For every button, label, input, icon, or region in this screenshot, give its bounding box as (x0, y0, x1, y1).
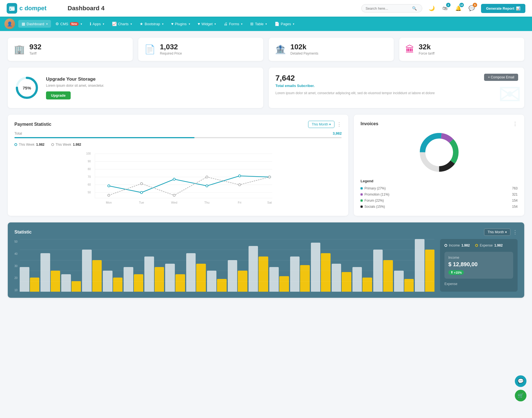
forum-legend-color (360, 199, 363, 202)
plugins-chevron: ▾ (189, 22, 190, 25)
tariff-icon: 🏢 (14, 44, 25, 55)
socials-legend-color (360, 206, 363, 208)
force-tariff-number: 32k (419, 43, 434, 50)
yellow-bar-13 (300, 265, 310, 292)
tariff-number: 932 (29, 43, 41, 50)
search-box[interactable]: 🔍 (361, 4, 422, 12)
svg-text:70: 70 (88, 175, 91, 178)
up-arrow-icon: ⬆ (451, 271, 453, 274)
logo-icon (7, 3, 17, 14)
chart-progress-fill (14, 137, 195, 138)
svg-point-33 (173, 194, 175, 196)
donut-svg (417, 130, 461, 175)
white-bar-6 (144, 257, 154, 292)
storage-circle: 75% (14, 75, 39, 100)
dashboard-nav-icon: ▦ (22, 22, 25, 26)
svg-text:Tue: Tue (139, 201, 144, 204)
email-bg-icon: ✉ (498, 78, 521, 108)
period-dropdown[interactable]: This Month ▾ (308, 121, 334, 128)
bar-chart-bars (20, 239, 434, 292)
legend-primary: Primary (27%) 763 (360, 185, 518, 191)
donut-chart (360, 130, 518, 175)
white-bar-8 (186, 253, 196, 292)
header-right: 🔍 🌙 🛍 2 🔔 12 💬 5 Generate Report 📊 (361, 3, 525, 13)
message-icon-btn[interactable]: 💬 5 (467, 3, 477, 13)
generate-report-button[interactable]: Generate Report 📊 (481, 4, 525, 13)
bar-group-8 (186, 253, 206, 292)
charts-chevron: ▾ (131, 22, 132, 25)
nav-item-plugins[interactable]: ♥ Plugins ▾ (168, 20, 193, 28)
svg-point-26 (140, 191, 143, 194)
chart-progress-bar (14, 137, 342, 138)
bar-group-10 (228, 260, 247, 292)
chart-legend-row: This Week 1.982 This Week 1.982 (14, 143, 342, 147)
nav-item-cms[interactable]: ⚙ CMS New ▾ (52, 20, 85, 28)
nav-item-bootstrap[interactable]: ★ Bootstrap ▾ (136, 20, 167, 28)
total-value: 3,982 (333, 131, 342, 135)
dashboard-chevron: ▾ (46, 22, 48, 25)
more-options-button[interactable]: ⋮ (337, 121, 342, 127)
nav-item-table[interactable]: ⊞ Table ▾ (247, 20, 270, 28)
stat-info-detailed-payments: 102k Detailed Payments (290, 43, 318, 55)
apps-nav-icon: ℹ (90, 22, 91, 26)
app-name: c dompet (19, 5, 47, 12)
shop-icon-btn[interactable]: 🛍 2 (440, 3, 450, 13)
bar-chart-icon: 📊 (516, 6, 520, 11)
force-tariff-label: Force tariff (419, 52, 434, 55)
bell-icon-btn[interactable]: 🔔 12 (453, 3, 463, 13)
white-bar-11 (249, 246, 258, 292)
email-card: 7,642 Total emails Subcriber. Lorem ipsu… (269, 68, 524, 108)
statistic-more-options[interactable]: ⋮ (513, 229, 518, 235)
white-bar-13 (290, 257, 300, 292)
income-legend-value: 1.982 (461, 243, 470, 247)
nav-item-dashboard[interactable]: ▦ Dashboard ▾ (18, 20, 51, 28)
upgrade-button[interactable]: Upgrade (46, 91, 71, 99)
nav-bar: 👤 ▦ Dashboard ▾ ⚙ CMS New ▾ ℹ Apps ▾ 📈 C… (0, 17, 532, 31)
nav-item-charts[interactable]: 📈 Charts ▾ (109, 20, 135, 28)
msg-badge: 5 (473, 3, 477, 7)
yellow-bar-7 (175, 274, 185, 292)
nav-item-forms[interactable]: 🖨 Forms ▾ (220, 20, 246, 28)
middle-row: 75% Upgrade Your Storage Lorem ipsum dol… (8, 68, 524, 108)
white-bar-2 (61, 274, 71, 292)
nav-item-widget[interactable]: ♥ Widget ▾ (195, 20, 219, 28)
invoices-more-options[interactable]: ⋮ (513, 121, 518, 127)
legend-socials: Socials (15%) 154 (360, 204, 518, 210)
email-description: Lorem ipsum dolor sit amet, consectetur … (275, 91, 518, 96)
yellow-bar-4 (113, 278, 123, 292)
income-badge: ⬆ +15% (448, 270, 464, 275)
svg-text:50: 50 (88, 191, 91, 194)
payment-chart-header: Payment Statistic This Month ▾ ⋮ (14, 121, 342, 128)
chart-total-row: Total 3,982 (14, 131, 342, 135)
email-subtitle: Total emails Subcriber. (275, 84, 518, 88)
stat-card-tariff: 🏢 932 Tariff (8, 38, 133, 61)
page-title: Dashboard 4 (62, 5, 361, 12)
yellow-bar-8 (196, 264, 206, 292)
invoice-legend: Legend Primary (27%) 763 Promotion (11%)… (360, 179, 518, 210)
svg-text:Fri: Fri (238, 201, 241, 204)
income-box-label: Income (448, 256, 509, 260)
plugins-nav-icon: ♥ (171, 22, 173, 26)
widget-chevron: ▾ (214, 22, 216, 25)
nav-item-pages[interactable]: 📄 Pages ▾ (271, 20, 298, 28)
bell-badge: 12 (459, 3, 464, 7)
nav-item-apps[interactable]: ℹ Apps ▾ (86, 20, 108, 28)
bar-group-1 (40, 253, 60, 292)
table-nav-icon: ⊞ (250, 22, 254, 26)
white-bar-15 (332, 264, 341, 292)
stat-info-required-price: 1,032 Required Price (160, 43, 182, 55)
white-bar-1 (40, 253, 50, 292)
payment-statistic-card: Payment Statistic This Month ▾ ⋮ Total 3… (8, 115, 348, 216)
svg-point-25 (108, 185, 110, 187)
svg-point-32 (140, 183, 143, 185)
promotion-legend-color (360, 193, 363, 196)
detailed-payments-icon: 🏦 (275, 44, 286, 55)
yellow-bar-11 (259, 257, 268, 292)
stat-card-detailed-payments: 🏦 102k Detailed Payments (269, 38, 394, 61)
stat-card-force-tariff: 🏛 32k Force tariff (399, 38, 524, 61)
yellow-bar-2 (71, 281, 81, 292)
dark-mode-btn[interactable]: 🌙 (427, 3, 437, 13)
search-input[interactable] (365, 6, 410, 11)
statistic-period-dropdown[interactable]: This Month ▾ (484, 229, 510, 236)
search-icon: 🔍 (412, 6, 417, 11)
